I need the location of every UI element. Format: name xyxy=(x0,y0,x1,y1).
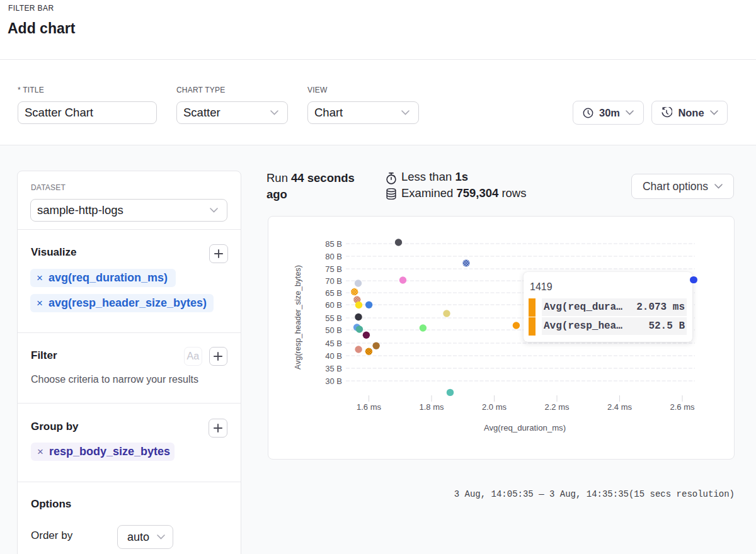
svg-text:40 B: 40 B xyxy=(325,351,342,361)
svg-text:50 B: 50 B xyxy=(325,325,342,335)
svg-text:Avg(resp_header_size_bytes): Avg(resp_header_size_bytes) xyxy=(294,265,302,370)
svg-text:2.0 ms: 2.0 ms xyxy=(482,402,507,412)
svg-text:70 B: 70 B xyxy=(325,276,342,286)
svg-text:55 B: 55 B xyxy=(325,314,342,323)
svg-text:30 B: 30 B xyxy=(325,376,342,386)
svg-text:65 B: 65 B xyxy=(325,288,342,298)
svg-text:2.2 ms: 2.2 ms xyxy=(544,402,570,412)
svg-text:Avg(req_duration_ms): Avg(req_duration_ms) xyxy=(484,423,566,432)
svg-text:45 B: 45 B xyxy=(325,339,342,348)
svg-text:60 B: 60 B xyxy=(325,300,342,310)
svg-text:1.6 ms: 1.6 ms xyxy=(357,402,382,412)
svg-text:85 B: 85 B xyxy=(325,239,342,249)
svg-text:80 B: 80 B xyxy=(325,252,342,261)
svg-text:2.4 ms: 2.4 ms xyxy=(607,402,633,412)
svg-text:2.6 ms: 2.6 ms xyxy=(670,402,695,412)
svg-text:1.8 ms: 1.8 ms xyxy=(419,402,444,412)
svg-text:75 B: 75 B xyxy=(325,264,342,274)
svg-text:35 B: 35 B xyxy=(325,364,342,373)
